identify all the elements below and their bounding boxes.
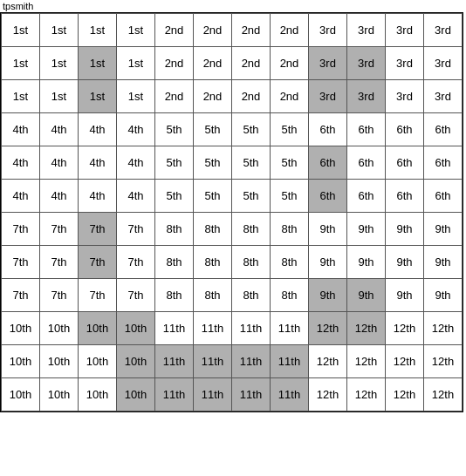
table-row: 9th [386,213,424,246]
table-row: 9th [424,246,463,279]
table-row: 11th [271,312,309,345]
table-row: 4th [40,113,79,146]
table-row: 10th [79,312,117,345]
table-row: 10th [40,312,79,345]
table-row: 2nd [194,47,232,80]
table-row: 11th [155,345,194,378]
table-row: 8th [271,279,309,312]
table-row: 4th [2,146,40,180]
table-row: 3rd [424,80,463,113]
table-row: 8th [232,213,271,246]
table-row: 10th [79,345,117,378]
table-row: 7th [79,213,117,246]
table-row: 5th [271,113,309,146]
table-row: 1st [40,80,79,113]
table-row: 5th [194,146,232,180]
table-row: 6th [309,180,347,213]
table-row: 7th [40,213,79,246]
table-row: 6th [309,146,347,180]
table-row: 5th [232,146,271,180]
table-row: 8th [194,279,232,312]
table-row: 6th [347,180,386,213]
table-row: 11th [232,312,271,345]
table-row: 7th [40,246,79,279]
table-row: 10th [2,378,40,411]
table-row: 7th [117,246,155,279]
table-row: 11th [194,312,232,345]
table-row: 7th [2,213,40,246]
table-row: 9th [347,213,386,246]
table-row: 2nd [232,47,271,80]
table-row: 2nd [271,47,309,80]
table-row: 9th [386,279,424,312]
table-row: 5th [271,180,309,213]
table-row: 7th [2,246,40,279]
table-row: 3rd [424,47,463,80]
table-row: 4th [2,113,40,146]
table-row: 11th [271,378,309,411]
table-row: 10th [117,378,155,411]
table-row: 6th [347,113,386,146]
table-row: 2nd [155,14,194,47]
table-row: 12th [424,312,463,345]
table-row: 9th [309,246,347,279]
table-row: 7th [79,279,117,312]
table-row: 11th [232,378,271,411]
table-row: 3rd [424,14,463,47]
table-row: 6th [386,113,424,146]
table-row: 1st [2,80,40,113]
table-row: 7th [2,279,40,312]
table-row: 6th [386,180,424,213]
table-row: 11th [232,345,271,378]
table-row: 3rd [347,47,386,80]
title-bar: tpsmith [0,0,466,12]
table-row: 9th [424,213,463,246]
table-row: 10th [117,312,155,345]
table-row: 11th [194,345,232,378]
table-row: 12th [424,345,463,378]
table-row: 3rd [309,14,347,47]
table-row: 5th [232,180,271,213]
table-row: 12th [309,312,347,345]
table-row: 8th [194,246,232,279]
table-row: 12th [386,312,424,345]
table-row: 11th [155,378,194,411]
table-row: 3rd [386,14,424,47]
table-row: 6th [424,180,463,213]
table-row: 9th [386,246,424,279]
table-row: 11th [271,345,309,378]
table-row: 6th [386,146,424,180]
table-row: 1st [2,47,40,80]
table-row: 10th [40,345,79,378]
table-row: 2nd [232,80,271,113]
table-row: 8th [232,279,271,312]
table-row: 1st [79,80,117,113]
table-row: 4th [79,146,117,180]
table-row: 7th [117,213,155,246]
table-row: 1st [40,14,79,47]
table-row: 10th [117,345,155,378]
table-row: 12th [309,345,347,378]
table-row: 1st [79,14,117,47]
table-row: 12th [424,378,463,411]
table-row: 2nd [232,14,271,47]
table-row: 1st [117,14,155,47]
table-row: 4th [2,180,40,213]
table-row: 12th [347,345,386,378]
table-row: 8th [271,213,309,246]
table-row: 12th [347,378,386,411]
table-row: 11th [194,378,232,411]
table-row: 1st [117,47,155,80]
table-row: 9th [424,279,463,312]
grid-table: 1st1st1st1st2nd2nd2nd2nd3rd3rd3rd3rd1st1… [1,13,463,411]
grid-container: 1st1st1st1st2nd2nd2nd2nd3rd3rd3rd3rd1st1… [0,12,463,412]
table-row: 6th [424,146,463,180]
table-row: 12th [386,378,424,411]
table-row: 1st [2,14,40,47]
table-row: 4th [40,146,79,180]
table-row: 4th [79,113,117,146]
table-row: 1st [117,80,155,113]
table-row: 12th [309,378,347,411]
table-row: 8th [194,213,232,246]
table-row: 6th [424,113,463,146]
